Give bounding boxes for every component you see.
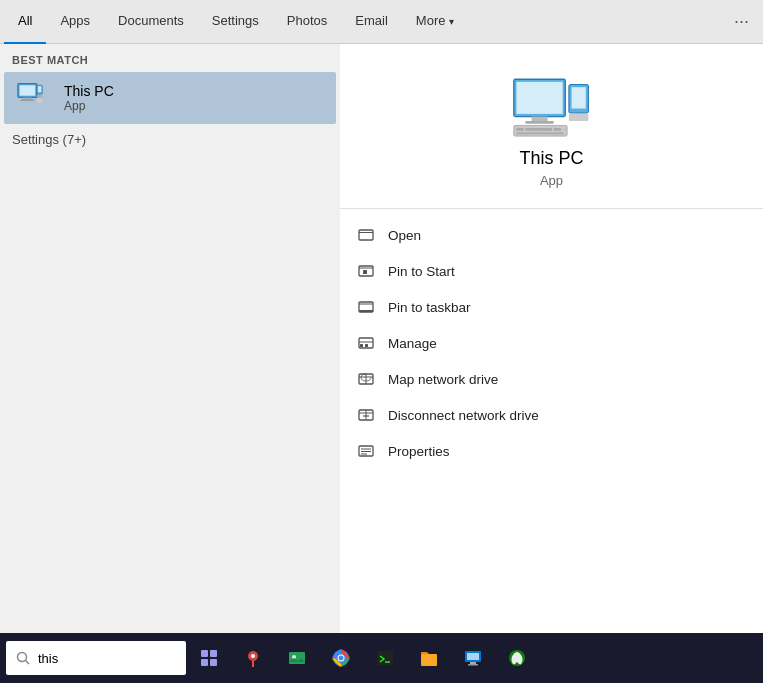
pin-start-icon — [356, 261, 376, 281]
left-panel: Best match This PC — [0, 44, 340, 683]
taskbar-search-box[interactable] — [6, 641, 186, 675]
menu-item-disconnect-network[interactable]: Disconnect network drive — [340, 397, 763, 433]
result-name: This PC — [64, 83, 114, 99]
menu-item-properties-label: Properties — [388, 444, 450, 459]
menu-item-pin-taskbar[interactable]: Pin to taskbar — [340, 289, 763, 325]
menu-item-manage-label: Manage — [388, 336, 437, 351]
svg-rect-5 — [38, 86, 42, 92]
svg-rect-10 — [531, 117, 547, 121]
xbox-button[interactable] — [496, 637, 538, 679]
svg-rect-18 — [553, 128, 560, 131]
svg-rect-20 — [359, 230, 373, 240]
tab-documents[interactable]: Documents — [104, 0, 198, 44]
svg-rect-6 — [37, 95, 42, 98]
svg-rect-47 — [201, 659, 208, 666]
svg-rect-3 — [20, 99, 34, 101]
svg-rect-31 — [365, 344, 368, 347]
menu-item-pin-start-label: Pin to Start — [388, 264, 455, 279]
best-match-label: Best match — [0, 44, 340, 72]
terminal-button[interactable] — [364, 637, 406, 679]
svg-rect-19 — [516, 133, 563, 135]
result-type: App — [64, 99, 114, 113]
menu-item-map-network-label: Map network drive — [388, 372, 498, 387]
app-large-icon — [512, 74, 592, 148]
svg-point-55 — [339, 656, 344, 661]
svg-point-43 — [18, 653, 27, 662]
menu-item-pin-start[interactable]: Pin to Start — [340, 253, 763, 289]
svg-rect-48 — [210, 659, 217, 666]
svg-rect-2 — [23, 98, 32, 100]
tab-photos[interactable]: Photos — [273, 0, 341, 44]
app-preview-subtitle: App — [540, 173, 563, 188]
right-panel: This PC App Open — [340, 44, 763, 683]
menu-item-open-label: Open — [388, 228, 421, 243]
tab-apps[interactable]: Apps — [46, 0, 104, 44]
svg-rect-58 — [421, 654, 437, 666]
svg-rect-14 — [568, 114, 588, 121]
svg-rect-45 — [201, 650, 208, 657]
svg-rect-62 — [468, 664, 478, 666]
menu-item-map-network[interactable]: Map network drive — [340, 361, 763, 397]
svg-rect-1 — [20, 85, 36, 96]
svg-rect-24 — [363, 270, 367, 274]
svg-rect-51 — [289, 652, 305, 664]
svg-line-44 — [26, 661, 30, 665]
tab-all[interactable]: All — [4, 0, 46, 44]
content-area: Best match This PC — [0, 44, 763, 683]
svg-rect-11 — [525, 121, 553, 124]
tab-settings[interactable]: Settings — [198, 0, 273, 44]
remote-desktop-button[interactable] — [452, 637, 494, 679]
svg-rect-7 — [37, 98, 42, 102]
task-view-button[interactable] — [188, 637, 230, 679]
menu-item-manage[interactable]: Manage — [340, 325, 763, 361]
svg-rect-16 — [516, 128, 523, 131]
svg-rect-46 — [210, 650, 217, 657]
pin-taskbar-icon — [356, 297, 376, 317]
photos-button[interactable] — [276, 637, 318, 679]
svg-rect-60 — [467, 653, 479, 660]
file-explorer-button[interactable] — [408, 637, 450, 679]
settings-item[interactable]: Settings (7+) — [0, 124, 340, 155]
search-icon — [16, 651, 30, 665]
menu-item-properties[interactable]: Properties — [340, 433, 763, 469]
app-preview-title: This PC — [519, 148, 583, 169]
svg-point-50 — [251, 654, 255, 658]
menu-item-open[interactable]: Open — [340, 217, 763, 253]
search-input[interactable] — [38, 651, 138, 666]
maps-button[interactable] — [232, 637, 274, 679]
disconnect-network-icon — [356, 405, 376, 425]
this-pc-icon — [16, 80, 52, 116]
svg-rect-21 — [359, 232, 373, 233]
manage-icon — [356, 333, 376, 353]
more-options-button[interactable]: ··· — [724, 0, 759, 44]
chevron-down-icon: ▾ — [449, 16, 454, 27]
svg-rect-17 — [525, 128, 552, 131]
map-network-icon — [356, 369, 376, 389]
svg-rect-27 — [359, 310, 373, 312]
svg-rect-61 — [470, 662, 476, 664]
tab-bar: All Apps Documents Settings Photos Email… — [0, 0, 763, 44]
app-preview: This PC App — [340, 44, 763, 209]
svg-rect-56 — [377, 651, 393, 665]
search-panel: All Apps Documents Settings Photos Email… — [0, 0, 763, 683]
open-icon — [356, 225, 376, 245]
chrome-button[interactable] — [320, 637, 362, 679]
svg-rect-13 — [571, 87, 585, 108]
result-info: This PC App — [64, 83, 114, 113]
tab-email[interactable]: Email — [341, 0, 402, 44]
properties-icon — [356, 441, 376, 461]
svg-rect-30 — [360, 344, 363, 347]
svg-rect-9 — [516, 82, 562, 114]
result-item-this-pc[interactable]: This PC App — [4, 72, 336, 124]
taskbar — [0, 633, 763, 683]
menu-item-disconnect-network-label: Disconnect network drive — [388, 408, 539, 423]
context-menu: Open Pin to Start — [340, 209, 763, 477]
tab-more[interactable]: More ▾ — [402, 0, 469, 44]
menu-item-pin-taskbar-label: Pin to taskbar — [388, 300, 471, 315]
